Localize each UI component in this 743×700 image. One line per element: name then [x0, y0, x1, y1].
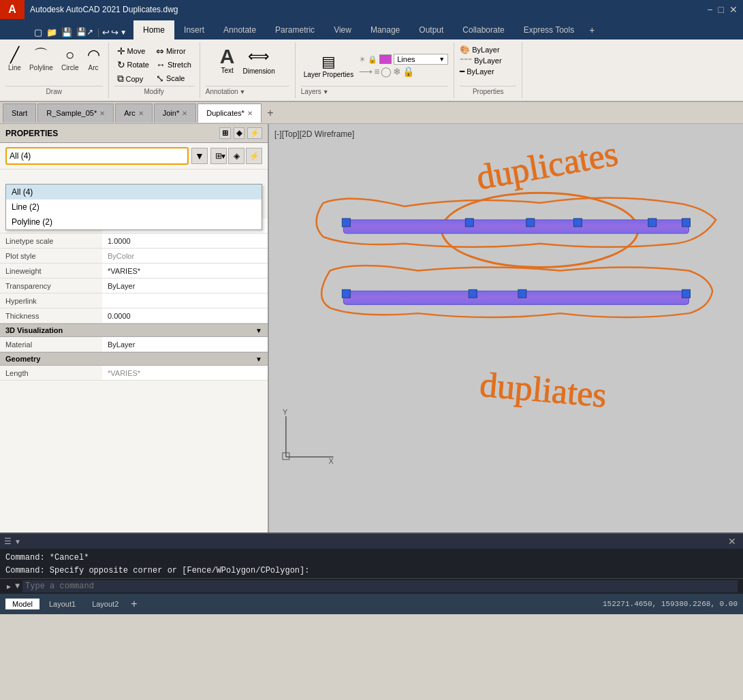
tab-insert[interactable]: Insert: [174, 20, 214, 39]
command-expand-icon[interactable]: ▼: [14, 538, 21, 545]
toggle-pickadd-btn[interactable]: ⊞: [210, 148, 227, 164]
tab-parametric[interactable]: Parametric: [266, 20, 324, 39]
move-icon: ✛: [117, 46, 125, 57]
object-type-dropdown: All (4) Line (2) Polyline (2): [5, 184, 262, 230]
layer-tool-2[interactable]: ≡: [374, 66, 379, 77]
dimension-icon: ⟺: [248, 46, 270, 67]
tool-stretch[interactable]: ↔ Stretch: [153, 59, 194, 71]
circle-icon: ○: [65, 46, 74, 64]
layer-tool-3[interactable]: ◯: [381, 66, 392, 77]
tab-layout2[interactable]: Layout2: [85, 599, 125, 609]
mirror-icon: ⇔: [156, 46, 164, 57]
dropdown-item-polyline[interactable]: Polyline (2): [6, 214, 262, 229]
qat-save[interactable]: 💾: [60, 27, 74, 37]
tool-arc[interactable]: ◠ Arc: [84, 45, 103, 73]
transparency-value: ByLayer: [102, 279, 268, 293]
command-prompt-arrow: ▼: [15, 582, 20, 591]
stretch-icon: ↔: [156, 59, 165, 70]
plot-style-value: ByColor: [102, 249, 268, 263]
layer-tool-5[interactable]: 🔒: [402, 66, 414, 77]
close-button[interactable]: ✕: [729, 4, 738, 15]
section-geometry-toggle[interactable]: ▼: [255, 355, 262, 363]
tab-annotate[interactable]: Annotate: [214, 20, 266, 39]
scale-icon: ⤡: [156, 73, 164, 84]
tool-layer-properties[interactable]: ▤ Layer Properties: [301, 52, 356, 80]
tab-output[interactable]: Output: [409, 20, 453, 39]
tool-rotate[interactable]: ↻ Rotate: [114, 59, 152, 71]
close-tab-arc[interactable]: ✕: [138, 110, 144, 117]
viewport-label: [-][Top][2D Wireframe]: [274, 129, 354, 139]
object-type-select[interactable]: All (4) Line (2) Polyline (2): [5, 147, 189, 165]
toggle-pickadd[interactable]: ⊞: [219, 127, 231, 139]
command-prompt-icon: ►: [5, 583, 12, 590]
tool-move[interactable]: ✛ Move: [114, 45, 152, 57]
close-tab-duplicates[interactable]: ✕: [247, 110, 253, 117]
layer-tool-4[interactable]: ❄: [393, 66, 401, 77]
tab-express-tools[interactable]: Express Tools: [514, 20, 584, 39]
add-layout-button[interactable]: +: [128, 598, 140, 610]
app-icon[interactable]: A: [0, 0, 25, 19]
dropdown-item-all[interactable]: All (4): [6, 185, 262, 200]
transparency-row: Transparency ByLayer: [0, 279, 268, 293]
transparency-label: Transparency: [0, 279, 102, 293]
close-tab-r-sample[interactable]: ✕: [99, 110, 105, 117]
select-objects[interactable]: ◈: [234, 127, 244, 139]
tool-circle[interactable]: ○ Circle: [59, 45, 82, 73]
tab-home[interactable]: Home: [133, 20, 174, 39]
tool-scale[interactable]: ⤡ Scale: [153, 72, 194, 84]
qat-open[interactable]: 📁: [45, 27, 59, 37]
tool-dimension[interactable]: ⟺ Dimension: [240, 45, 277, 76]
linetype-scale-value: 1.0000: [102, 234, 268, 248]
main-area: PROPERTIES ⊞ ◈ ⚡ All (4) Line (2) Polyli…: [0, 124, 743, 532]
svg-rect-7: [526, 219, 535, 227]
tool-text[interactable]: A Text: [217, 45, 238, 76]
tab-start[interactable]: Start: [3, 104, 36, 123]
qat-dropdown[interactable]: ▼: [120, 29, 127, 36]
dropdown-item-line[interactable]: Line (2): [6, 200, 262, 214]
tab-layout1[interactable]: Layout1: [42, 599, 82, 609]
new-tab-button[interactable]: +: [263, 106, 278, 121]
command-area: ☰ ▼ ✕ Command: *Cancel* Command: Specify…: [0, 532, 743, 594]
section-3d-toggle[interactable]: ▼: [255, 327, 262, 334]
section-3d-viz: 3D Visualization ▼: [0, 323, 268, 337]
minimize-button[interactable]: −: [707, 4, 712, 15]
tool-copy[interactable]: ⧉ Copy: [114, 72, 152, 85]
tab-join[interactable]: Join* ✕: [154, 104, 196, 123]
select-objects-btn[interactable]: ◈: [228, 148, 244, 164]
tab-r-sample[interactable]: R_Sample_05* ✕: [37, 104, 114, 123]
tab-collaborate[interactable]: Collaborate: [453, 20, 513, 39]
tab-arc[interactable]: Arc ✕: [115, 104, 153, 123]
tab-add[interactable]: +: [584, 20, 600, 39]
close-tab-join[interactable]: ✕: [182, 110, 187, 117]
viewport: [-][Top][2D Wireframe] duplicates: [269, 124, 743, 532]
tool-line[interactable]: ╱ Line: [5, 45, 24, 73]
command-close-icon[interactable]: ✕: [725, 536, 739, 547]
tab-model[interactable]: Model: [5, 599, 39, 609]
select-scroll-down[interactable]: ▼: [191, 148, 208, 164]
command-input[interactable]: [22, 580, 738, 592]
linetype-scale-label: Linetype scale: [0, 234, 102, 248]
tool-polyline[interactable]: ⌒ Polyline: [27, 45, 56, 73]
quick-select-btn[interactable]: ⚡: [246, 148, 262, 164]
layer-tool-1[interactable]: ⟶: [359, 66, 373, 77]
tab-manage[interactable]: Manage: [361, 20, 409, 39]
layer-name-dropdown[interactable]: Lines ▼: [394, 54, 448, 65]
layers-dropdown-icon[interactable]: ▼: [323, 89, 329, 95]
tab-duplicates[interactable]: Duplicates* ✕: [197, 104, 262, 123]
polyline-icon: ⌒: [33, 46, 48, 64]
layer-icons: ☀ 🔒: [359, 55, 377, 64]
annotation-dropdown-icon[interactable]: ▼: [240, 89, 246, 95]
copy-icon: ⧉: [117, 73, 124, 84]
qat-saveas[interactable]: 💾↗: [75, 27, 95, 37]
tool-mirror[interactable]: ⇔ Mirror: [153, 45, 194, 57]
object-selector-row: All (4) Line (2) Polyline (2) ▼ ▼ ⊞ ◈ ⚡: [0, 143, 268, 170]
qat-undo[interactable]: ↩: [102, 27, 110, 37]
qat-redo[interactable]: ↪: [111, 27, 118, 37]
svg-rect-8: [573, 219, 582, 227]
qat-new[interactable]: ▢: [33, 27, 44, 37]
quick-select[interactable]: ⚡: [247, 127, 262, 139]
tab-view[interactable]: View: [324, 20, 361, 39]
prop-color-icon: 🎨: [460, 45, 470, 54]
maximize-button[interactable]: □: [718, 4, 724, 15]
command-menu-icon[interactable]: ☰: [4, 537, 12, 546]
